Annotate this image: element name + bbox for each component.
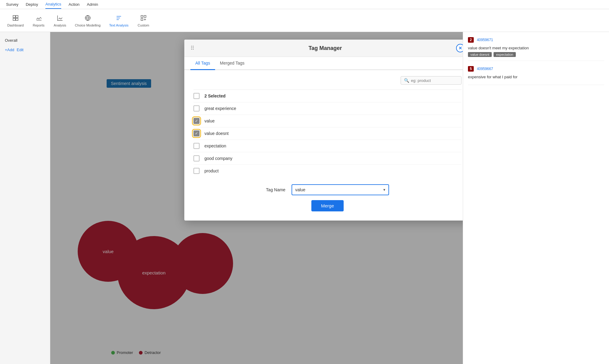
tag-name-select-wrap: value value doesnt [292, 184, 389, 195]
toolbar-reports[interactable]: Reports [28, 12, 49, 29]
tag-name-select[interactable]: value value doesnt [292, 184, 389, 195]
merge-row: Merge [193, 200, 462, 211]
response-number-0: 2 [468, 37, 474, 43]
sidebar-section-overall: Overall [0, 36, 50, 45]
choice-modelling-icon [83, 14, 92, 22]
checkbox-value-doesnt[interactable] [193, 130, 200, 136]
toolbar-choice-modelling[interactable]: Choice Modelling [71, 12, 105, 29]
search-row: 🔍 [193, 76, 462, 85]
checkbox-product[interactable] [193, 168, 200, 174]
merge-button[interactable]: Merge [311, 200, 344, 211]
tag-list: 2 Selected great experience value [193, 90, 462, 177]
tag-label-product: product [204, 168, 219, 173]
analysis-icon [56, 14, 64, 22]
response-item-1: 5 40959667 expensive for what I paid for [468, 66, 604, 85]
tag-row-value-doesnt: value doesnt [193, 127, 462, 140]
svg-rect-0 [13, 16, 15, 18]
tag-label-expectation: expectation [204, 143, 226, 148]
tag-label-good-company: good company [204, 156, 232, 161]
svg-rect-8 [144, 16, 146, 17]
reports-icon [34, 14, 43, 22]
toolbar-dashboard[interactable]: Dashboard [3, 12, 28, 29]
response-text-1: expensive for what I paid for [468, 75, 604, 79]
edit-button[interactable]: Edit [17, 48, 23, 52]
svg-rect-9 [141, 19, 143, 20]
response-tag-0-0[interactable]: value doesnt [468, 52, 492, 57]
toolbar-analysis[interactable]: Analysis [49, 12, 71, 29]
nav-deploy[interactable]: Deploy [26, 0, 38, 9]
tag-name-label: Tag Name [266, 187, 285, 192]
tab-all-tags[interactable]: All Tags [190, 57, 215, 70]
main-content: Overall +Add Edit Sentiment analysis val… [0, 32, 609, 364]
modal-header: ⠿ Tag Manager ✕ [184, 40, 463, 57]
toolbar-custom[interactable]: Custom [133, 12, 154, 29]
modal-tabs: All Tags Merged Tags [184, 57, 463, 70]
text-analysis-icon [115, 14, 123, 22]
svg-rect-1 [16, 16, 18, 18]
nav-analytics[interactable]: Analytics [45, 0, 61, 9]
checkbox-great-experience[interactable] [193, 105, 200, 111]
search-icon: 🔍 [404, 78, 409, 83]
tag-row-good-company: good company [193, 152, 462, 165]
modal-body: 🔍 2 Selected great experience [184, 70, 463, 221]
sidebar: Overall +Add Edit [0, 32, 50, 364]
tag-label-value-doesnt: value doesnt [204, 131, 228, 136]
page-content: Sentiment analysis value expectation Pro… [50, 32, 463, 364]
modal-title: Tag Manager [309, 45, 342, 51]
toolbar-text-analysis[interactable]: Text Analysis [105, 12, 133, 29]
dashboard-icon [11, 14, 20, 22]
tag-label-great-experience: great experience [204, 106, 236, 111]
tag-row-great-experience: great experience [193, 102, 462, 115]
response-tag-0-1[interactable]: expectation [494, 52, 515, 57]
response-number-1: 5 [468, 66, 474, 72]
checkbox-expectation[interactable] [193, 143, 200, 149]
response-item-0: 2 40959671 value doesn't meet my expecta… [468, 37, 604, 61]
tag-label-value: value [204, 118, 214, 123]
tag-row-selected-count: 2 Selected [193, 90, 462, 102]
nav-action[interactable]: Action [69, 0, 80, 9]
tag-row-expectation: expectation [193, 140, 462, 152]
response-tags-0: value doesnt expectation [468, 52, 604, 57]
tag-row-product: product [193, 165, 462, 177]
response-id-0[interactable]: 40959671 [477, 38, 493, 42]
tag-name-row: Tag Name value value doesnt [193, 184, 462, 195]
svg-rect-2 [13, 18, 15, 20]
right-panel: 2 40959671 value doesn't meet my expecta… [463, 32, 609, 364]
search-box[interactable]: 🔍 [401, 76, 462, 85]
response-id-1[interactable]: 40959667 [477, 67, 493, 71]
custom-icon [139, 14, 148, 22]
drag-handle-icon: ⠿ [190, 45, 194, 51]
select-all-checkbox[interactable] [193, 93, 200, 99]
sidebar-actions: +Add Edit [0, 45, 50, 55]
nav-survey[interactable]: Survey [6, 0, 18, 9]
checkbox-good-company[interactable] [193, 155, 200, 161]
svg-rect-7 [141, 16, 143, 17]
top-nav: Survey Deploy Analytics Action Admin [0, 0, 609, 9]
response-text-0: value doesn't meet my expectation [468, 46, 604, 50]
selected-count: 2 Selected [204, 94, 225, 98]
checkbox-value[interactable] [193, 118, 200, 124]
tag-row-value: value [193, 115, 462, 127]
add-button[interactable]: +Add [5, 48, 14, 52]
close-button[interactable]: ✕ [456, 44, 463, 52]
search-input[interactable] [411, 78, 457, 83]
toolbar: Dashboard Reports Analysis Choice Modell… [0, 9, 609, 32]
tab-merged-tags[interactable]: Merged Tags [215, 57, 250, 70]
tag-manager-modal: ⠿ Tag Manager ✕ All Tags Merged Tags 🔍 [184, 40, 463, 221]
svg-rect-3 [16, 18, 18, 20]
nav-admin[interactable]: Admin [87, 0, 98, 9]
